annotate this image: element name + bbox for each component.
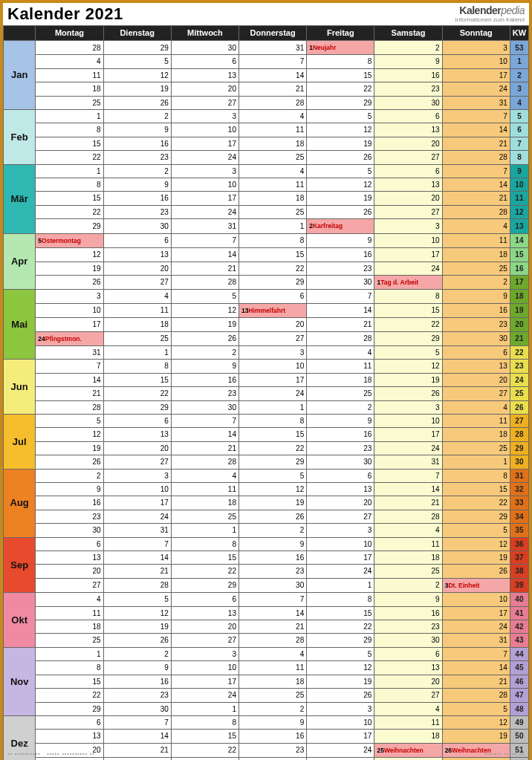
- day-cell: 20: [374, 192, 442, 205]
- day-cell: 13: [171, 68, 239, 82]
- day-cell: 20: [171, 82, 239, 96]
- kw-cell: 20: [510, 318, 528, 331]
- week-row: 1415161718192024: [4, 373, 529, 386]
- day-cell: 16: [374, 606, 442, 620]
- month-label-Jun: Jun: [4, 360, 36, 415]
- week-row: 282930123426: [4, 400, 529, 414]
- day-cell: 22: [239, 441, 306, 455]
- day-cell: 30: [239, 758, 306, 760]
- day-cell: 5: [36, 414, 103, 427]
- day-cell: 5: [171, 290, 239, 303]
- kw-cell: 19: [510, 303, 528, 317]
- week-row: 1819202122232442: [4, 620, 529, 634]
- day-cell: 26: [239, 510, 306, 523]
- day-cell: 22: [239, 262, 306, 275]
- day-cell: 16: [442, 303, 510, 317]
- day-cell: 2: [36, 469, 103, 482]
- day-cell: 12: [442, 715, 510, 729]
- kw-cell: 50: [510, 730, 528, 743]
- kw-cell: 31: [510, 469, 528, 482]
- day-cell: 14: [171, 248, 239, 262]
- day-cell: 8: [442, 469, 510, 482]
- week-row: 24Pfingstmon.25262728293021: [4, 331, 529, 345]
- day-cell: 4: [239, 647, 306, 660]
- month-label-Okt: Okt: [4, 593, 36, 648]
- kw-cell: 25: [510, 387, 528, 400]
- day-cell: 23: [36, 510, 103, 523]
- day-cell: 19: [307, 137, 374, 150]
- kw-cell: 12: [510, 205, 528, 218]
- day-cell: 31: [171, 219, 239, 233]
- day-cell: 23: [103, 205, 171, 218]
- day-cell: 16: [103, 192, 171, 205]
- kw-cell: 7: [510, 137, 528, 150]
- kw-cell: 41: [510, 606, 528, 620]
- day-cell: 14: [36, 373, 103, 386]
- day-cell: 19: [103, 620, 171, 634]
- day-cell: 24: [442, 620, 510, 634]
- kw-cell: 23: [510, 360, 528, 373]
- day-cell: 2: [103, 647, 171, 660]
- week-row: 1112131415161741: [4, 606, 529, 620]
- day-cell: 3: [103, 469, 171, 482]
- day-cell: 25: [171, 510, 239, 523]
- day-cell: 15: [442, 483, 510, 496]
- day-cell: 8: [239, 414, 306, 427]
- day-cell: 31: [103, 524, 171, 537]
- day-cell: 12: [103, 68, 171, 82]
- week-row: Jul56789101127: [4, 414, 529, 427]
- day-cell: 27: [36, 758, 103, 760]
- day-cell: 5: [307, 110, 374, 123]
- day-cell: 5: [103, 55, 171, 68]
- day-cell: 11: [239, 123, 306, 137]
- day-cell: 31: [307, 758, 374, 760]
- day-cell: 10: [307, 537, 374, 550]
- day-cell: 3: [36, 290, 103, 303]
- day-cell: 6: [171, 55, 239, 68]
- week-row: 111213141516172: [4, 68, 529, 82]
- day-cell: 1: [307, 578, 374, 592]
- day-cell: 9: [103, 178, 171, 192]
- kw-cell: 36: [510, 537, 528, 550]
- day-cell: 25: [442, 441, 510, 455]
- day-cell: 30: [307, 455, 374, 469]
- day-cell: 5: [442, 524, 510, 537]
- day-cell: 2: [442, 758, 510, 760]
- day-cell: 5: [307, 647, 374, 660]
- day-cell: 25: [442, 262, 510, 275]
- day-cell: 11: [36, 606, 103, 620]
- day-cell: 1: [239, 400, 306, 414]
- day-cell: 29: [374, 331, 442, 345]
- day-cell: 15: [171, 730, 239, 743]
- day-cell: 7: [103, 715, 171, 729]
- day-cell: 18: [36, 620, 103, 634]
- day-cell: 28: [442, 151, 510, 164]
- day-cell: 28: [307, 331, 374, 345]
- day-cell: 30: [239, 578, 306, 592]
- day-cell: 3: [171, 110, 239, 123]
- day-cell: 23: [307, 262, 374, 275]
- day-cell: 23: [442, 318, 510, 331]
- holiday-cell: 5Ostermontag: [36, 233, 103, 247]
- kw-cell: 35: [510, 524, 528, 537]
- day-cell: 23: [103, 689, 171, 702]
- day-cell: 10: [442, 593, 510, 606]
- week-row: Mai345678918: [4, 290, 529, 303]
- day-cell: 26: [307, 151, 374, 164]
- day-cell: 11: [171, 483, 239, 496]
- day-cell: 11: [307, 360, 374, 373]
- day-cell: 19: [307, 675, 374, 688]
- day-cell: 17: [171, 192, 239, 205]
- day-cell: 4: [442, 400, 510, 414]
- day-cell: 29: [36, 219, 103, 233]
- day-cell: 27: [103, 275, 171, 289]
- day-cell: 18: [442, 428, 510, 441]
- day-cell: 26: [36, 275, 103, 289]
- day-cell: 19: [374, 373, 442, 386]
- day-cell: 15: [374, 303, 442, 317]
- day-cell: 25: [239, 205, 306, 218]
- kw-cell: 15: [510, 248, 528, 262]
- week-row: 1920212223242516: [4, 262, 529, 275]
- day-cell: 6: [36, 537, 103, 550]
- day-cell: 27: [374, 205, 442, 218]
